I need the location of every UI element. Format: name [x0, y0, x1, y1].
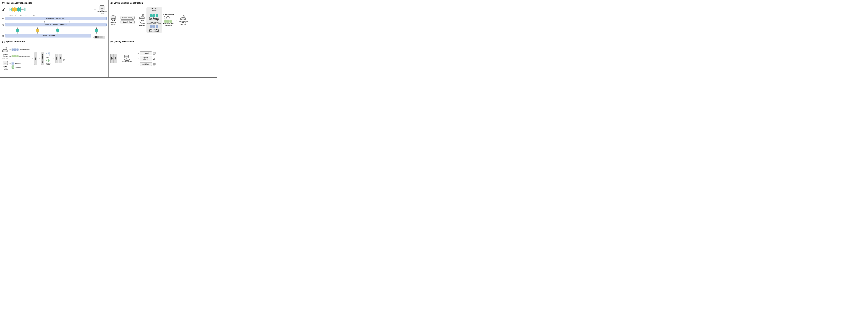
- waveform-bar: [15, 7, 16, 11]
- b-real-lib-label: RealSpeakerLibrary: [111, 20, 116, 25]
- gender-identify-box: Gender Identify: [121, 16, 134, 20]
- matrix-cell: [97, 36, 99, 38]
- sq-col-1: ↓ ↓: [36, 27, 39, 34]
- clips-row: Clips a₀ⁱ a₁ⁱ a₂ⁱ ... aₙⁱ: [9, 14, 106, 16]
- c-arrow-to-tts: →: [31, 57, 33, 60]
- b-arrow-1: →: [117, 19, 120, 21]
- c-dialog-lib-svg: [2, 60, 8, 66]
- svg-marker-56: [126, 58, 127, 59]
- c-left-libs: VirtualSpeakerLibrarywith Info DialogTex…: [2, 46, 8, 70]
- d-tts-task-icon: [153, 52, 156, 55]
- c-agent-emb-label: Agent Embedding: [19, 56, 30, 57]
- c-filter-section: → ▽: [63, 56, 65, 62]
- d-asr-text: ASR: [111, 57, 113, 60]
- teal-sq-b1: [153, 14, 155, 17]
- panel-a: (A) Real Speaker Construction Ai: [0, 0, 108, 39]
- c-resp-doc-icon: [11, 65, 14, 69]
- d-ke-speechchat-svg: [124, 55, 130, 61]
- panel-c: (C) Speech Generation: [0, 39, 108, 78]
- b-random-sample: ① RandomSample → Real SpeakerEmbedding 1: [148, 8, 161, 21]
- gear-icon: ⚙: [2, 24, 4, 26]
- waveform-bar: [27, 7, 27, 12]
- d-asr-cer: ASR CER: [111, 54, 117, 63]
- weight-sum-row: w₁ w₂ + →: [164, 16, 173, 20]
- c-resp-audio-label: ResponseAudio: [45, 62, 51, 65]
- d-cer-box: CER: [114, 54, 117, 63]
- w2-label: w₂: [164, 18, 166, 20]
- c-instr-doc-icon: [11, 62, 14, 65]
- b-real-lib-info: RealSpeakerLibrarywith Info: [139, 14, 145, 26]
- db-icon-svg: [99, 5, 105, 10]
- b-weight-sum: ③ Weight Sum w₁ w₂ + → Virtual SpeakerEm…: [163, 14, 174, 26]
- d-quality-metrics-icon: [153, 57, 156, 60]
- svg-point-33: [5, 47, 7, 48]
- speech-rate-box: Speech Rate: [121, 20, 134, 24]
- waveform-bar: [29, 8, 29, 11]
- d-cer-text: CER: [115, 57, 117, 60]
- panel-d: (D) Quality Assessment ASR CER →: [108, 39, 217, 78]
- ai-label: Ai: [2, 8, 5, 11]
- waveform-bar: [8, 8, 8, 10]
- panel-b: (B) Virtual Speaker Construction RealSpe…: [108, 0, 217, 39]
- c-arrow-agent: →: [9, 55, 11, 57]
- b-virtual-lib-label: Virtual SpeakerLibrarywith Info: [178, 20, 188, 25]
- virtual-emb-label: Virtual SpeakerEmbedding: [163, 23, 174, 26]
- waveform-row: Ai: [2, 5, 106, 14]
- matrix-top-labels: a₀ a₁ a₂ a₃: [95, 34, 106, 36]
- d-arrow-tts: →: [137, 52, 139, 55]
- filter2-row: ⚙ WavLM X-Vector Extraction: [2, 23, 106, 26]
- arrows-down-1: ↓ ↓ ↓ ↓: [2, 21, 106, 23]
- filter1-box: DNSMOS ≥ 4 && n ≥ 10: [5, 17, 106, 20]
- c-arrow-filter: →: [63, 56, 65, 59]
- svg-rect-68: [153, 59, 154, 60]
- waveform-bar: [13, 8, 14, 11]
- c-watermark-box: WATERMARK: [41, 53, 44, 65]
- main-container: (A) Real Speaker Construction Ai: [0, 0, 217, 78]
- waveform-bar: [20, 7, 21, 12]
- waveform-bar: [6, 9, 6, 10]
- waveform-bar: [14, 7, 15, 12]
- svg-rect-70: [154, 58, 155, 60]
- arrows-colored-squares: ↓ ↓ ↓ ↓ ↓ ↓ ↓ ... ↓ ↓ ↓: [2, 27, 106, 34]
- b-virtual-lib-info: Virtual SpeakerLibrarywith Info: [178, 15, 188, 25]
- waveform-bar: [25, 7, 25, 11]
- waveform-bar: [10, 8, 10, 10]
- c-agent-emb-row: → Agent Embedding: [9, 55, 30, 57]
- svg-point-14: [111, 19, 116, 20]
- d-flow: ASR CER →: [111, 43, 215, 74]
- b-virtual-lib-svg: [180, 15, 187, 20]
- b-gender-rate: Gender Identify Speech Rate: [121, 16, 134, 24]
- agent-emb-sq-0: [11, 55, 14, 57]
- c-instr-resp: → Instruction →: [9, 62, 30, 69]
- filter2-box: WavLM X-Vector Extraction: [5, 23, 106, 26]
- d-tts-task-row: → TTS Task: [137, 52, 156, 55]
- svg-point-4: [99, 8, 105, 10]
- c-asr-cer: ASR CER: [55, 54, 62, 63]
- cosine-section: ▦ Cosine-Similarity a₀ a₁ a₂ a₃ a₀ a₁ a₂…: [2, 34, 106, 39]
- svg-rect-61: [125, 59, 129, 60]
- d-asr-task-box: ASR Task: [140, 62, 152, 66]
- wenet-label: WenetSpeech4TTS: [97, 10, 106, 14]
- c-asr-text: ASR: [56, 57, 58, 60]
- c-virtual-lib-svg: [2, 46, 8, 52]
- d-arrow-quality: →: [137, 57, 139, 60]
- cosine-left: ▦ Cosine-Similarity: [2, 34, 91, 37]
- d-asr-box: ASR: [111, 54, 114, 63]
- waveform-bar: [11, 8, 11, 11]
- c-flow: VirtualSpeakerLibrarywith Info DialogTex…: [2, 43, 106, 74]
- b-arrow-2: →: [135, 19, 138, 21]
- c-arrow-to-asr: →: [52, 57, 55, 60]
- random-sample-label: ① RandomSample: [151, 8, 157, 11]
- svg-point-46: [3, 64, 8, 65]
- svg-point-24: [183, 15, 185, 17]
- blue-sq-1: [153, 25, 155, 28]
- d-tts-task-box: TTS Task: [140, 52, 152, 55]
- teal-sq-0: [16, 29, 19, 32]
- d-tasks: → TTS Task → Quality Metrics: [137, 52, 156, 66]
- cosine-box: Cosine-Similarity: [5, 34, 91, 37]
- teal-sq-b0: [150, 14, 153, 17]
- c-virtual-lib: VirtualSpeakerLibrarywith Info: [2, 46, 8, 59]
- matrix-cell: [94, 36, 97, 38]
- blue-sq-0: [150, 25, 153, 28]
- c-filter-icon: ▽: [63, 59, 65, 62]
